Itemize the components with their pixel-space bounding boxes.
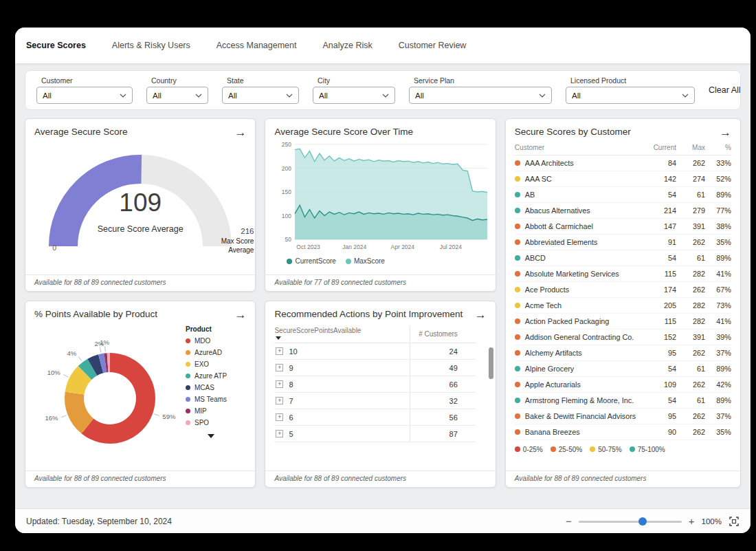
legend-item-EXO[interactable]: EXO bbox=[186, 358, 246, 370]
customer-row[interactable]: AAA SC14227452% bbox=[515, 171, 731, 187]
column-header-current[interactable]: Current bbox=[642, 144, 676, 151]
expand-icon[interactable]: + bbox=[276, 347, 283, 355]
drillthrough-arrow-icon[interactable]: → bbox=[720, 127, 731, 138]
legend-item-AzureAD[interactable]: AzureAD bbox=[186, 347, 246, 358]
actions-row[interactable]: +1024 bbox=[274, 343, 475, 360]
actions-points-cell: +6 bbox=[274, 413, 409, 422]
column-header-max[interactable]: Max bbox=[676, 144, 705, 151]
customer-row[interactable]: Armstrong Fleming & Moore, Inc.546189% bbox=[515, 393, 731, 409]
country-dropdown[interactable]: All bbox=[146, 87, 208, 104]
expand-icon[interactable]: + bbox=[276, 430, 283, 437]
donut-segment-AzureAD[interactable] bbox=[74, 393, 87, 426]
legend-item-MCAS[interactable]: MCAS bbox=[186, 382, 246, 393]
actions-table-header: SecureScorePointsAvailable # Customers bbox=[274, 323, 475, 343]
state-dropdown[interactable]: All bbox=[222, 87, 299, 104]
customer-row[interactable]: Abbott & Carmichael14739138% bbox=[515, 219, 731, 235]
customer-row[interactable]: Absolute Marketing Services11528241% bbox=[515, 266, 731, 282]
drillthrough-arrow-icon[interactable]: → bbox=[234, 127, 246, 138]
actions-row[interactable]: +732 bbox=[274, 393, 475, 409]
zoom-in-button[interactable]: + bbox=[689, 516, 695, 526]
vertical-scrollbar[interactable] bbox=[489, 347, 493, 462]
customer-row[interactable]: Addison General Contracting Co.15239139% bbox=[515, 329, 731, 345]
customer-row[interactable]: Abbreviated Elements9126235% bbox=[515, 235, 731, 250]
card-title: Secure Scores by Customer bbox=[515, 127, 631, 137]
chevron-down-icon bbox=[120, 94, 126, 98]
legend-item-MDO[interactable]: MDO bbox=[186, 335, 246, 347]
customer-row[interactable]: Alpine Grocery546189% bbox=[515, 361, 731, 377]
legend-item[interactable]: CurrentScore bbox=[287, 257, 335, 265]
bucket-legend-item: 0-25% bbox=[515, 446, 543, 453]
tab-secure-scores[interactable]: Secure Scores bbox=[26, 41, 86, 50]
customer-row[interactable]: Baker & Dewitt Financial Advisors9526237… bbox=[515, 409, 731, 424]
actions-points-cell: +7 bbox=[274, 397, 409, 405]
customer-name-cell: AAA SC bbox=[515, 175, 642, 183]
column-header-pct[interactable]: % bbox=[705, 144, 731, 151]
customer-name-cell: Action Packed Packaging bbox=[515, 317, 642, 325]
customer-row[interactable]: Apple Acturarials10926242% bbox=[515, 377, 731, 393]
zoom-slider-thumb[interactable] bbox=[638, 517, 647, 526]
actions-row[interactable]: +587 bbox=[274, 426, 475, 442]
customer-pct: 89% bbox=[705, 396, 731, 404]
legend-label: CurrentScore bbox=[295, 257, 335, 265]
donut-segment-MCAS[interactable] bbox=[92, 363, 100, 367]
drillthrough-arrow-icon[interactable]: → bbox=[234, 309, 246, 321]
customer-row[interactable]: Action Packed Packaging11528241% bbox=[515, 314, 731, 329]
drillthrough-arrow-icon[interactable]: → bbox=[475, 309, 487, 321]
tab-customer-review[interactable]: Customer Review bbox=[399, 41, 467, 50]
score-bucket-dot bbox=[515, 413, 520, 419]
expand-icon[interactable]: + bbox=[276, 380, 283, 388]
column-header-customers[interactable]: # Customers bbox=[410, 326, 476, 342]
fit-to-screen-icon[interactable] bbox=[729, 516, 740, 527]
dropdown-value: All bbox=[415, 91, 424, 100]
customer-current-score: 109 bbox=[642, 380, 676, 389]
legend-more-chevron-icon[interactable] bbox=[208, 434, 214, 438]
customer-pct: 35% bbox=[705, 428, 731, 436]
column-header-points[interactable]: SecureScorePointsAvailable bbox=[274, 327, 409, 341]
expand-icon[interactable]: + bbox=[276, 413, 283, 421]
actions-row[interactable]: +866 bbox=[274, 376, 475, 393]
licensed-product-dropdown[interactable]: All bbox=[566, 87, 695, 104]
column-header-customer[interactable]: Customer bbox=[515, 144, 642, 151]
zoom-out-button[interactable]: − bbox=[566, 516, 572, 526]
tab-access-management[interactable]: Access Management bbox=[216, 41, 297, 50]
clear-all-button[interactable]: Clear All bbox=[709, 85, 741, 95]
donut-segment-MS Teams[interactable] bbox=[101, 363, 106, 363]
legend-label: 50-75% bbox=[598, 446, 621, 453]
card-title: Average Secure Score Over Time bbox=[274, 127, 413, 137]
legend-label: Azure ATP bbox=[194, 372, 227, 380]
expand-icon[interactable]: + bbox=[276, 397, 283, 404]
legend-item-SPO[interactable]: SPO bbox=[186, 417, 246, 429]
customer-row[interactable]: Alchemy Artifacts9526237% bbox=[515, 345, 731, 361]
expand-icon[interactable]: + bbox=[276, 364, 283, 371]
legend-item[interactable]: MaxScore bbox=[346, 257, 385, 265]
legend-item-Azure ATP[interactable]: Azure ATP bbox=[186, 370, 246, 382]
customer-row[interactable]: ABCD546189% bbox=[515, 250, 731, 266]
customer-current-score: 205 bbox=[642, 301, 676, 310]
city-dropdown[interactable]: All bbox=[313, 87, 395, 104]
legend-dot bbox=[287, 259, 292, 264]
donut-segment-EXO[interactable] bbox=[75, 372, 85, 393]
tab-alerts-risky-users[interactable]: Alerts & Risky Users bbox=[112, 41, 190, 50]
actions-row[interactable]: +949 bbox=[274, 360, 475, 376]
customer-pct: 42% bbox=[705, 380, 731, 389]
customer-name-cell: Baker & Dewitt Financial Advisors bbox=[515, 412, 642, 420]
legend-item-MIP[interactable]: MIP bbox=[186, 405, 246, 417]
customer-row[interactable]: AAA Architects8426233% bbox=[515, 155, 731, 171]
customer-row[interactable]: Acme Tech20528273% bbox=[515, 298, 731, 314]
service-plan-dropdown[interactable]: All bbox=[409, 87, 552, 104]
scrollbar-thumb[interactable] bbox=[489, 347, 493, 379]
customer-dropdown[interactable]: All bbox=[36, 87, 133, 104]
customer-current-score: 91 bbox=[642, 238, 676, 246]
legend-dot bbox=[186, 374, 190, 378]
customer-row[interactable]: Banana Breezes9026235% bbox=[515, 424, 731, 440]
zoom-slider[interactable] bbox=[579, 517, 682, 526]
dropdown-value: All bbox=[572, 91, 581, 100]
customer-row[interactable]: AB546189% bbox=[515, 187, 731, 203]
donut-segment-Azure ATP[interactable] bbox=[85, 367, 93, 372]
customer-name-cell: AAA Architects bbox=[515, 159, 642, 167]
actions-row[interactable]: +656 bbox=[274, 409, 475, 426]
customer-row[interactable]: Ace Products17426267% bbox=[515, 282, 731, 298]
legend-item-MS Teams[interactable]: MS Teams bbox=[186, 393, 246, 405]
customer-row[interactable]: Abacus Alternatives21427977% bbox=[515, 203, 731, 219]
tab-analyze-risk[interactable]: Analyze Risk bbox=[323, 41, 373, 50]
